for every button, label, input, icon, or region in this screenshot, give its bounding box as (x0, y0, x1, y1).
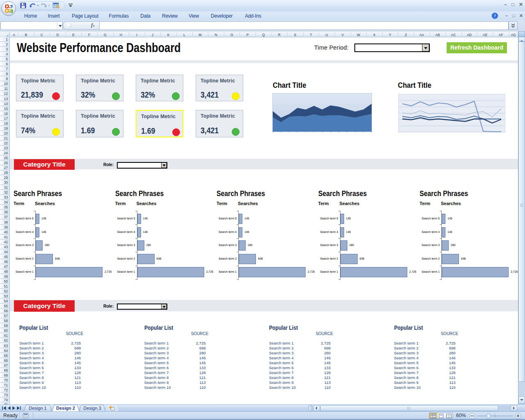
svg-text:?: ? (494, 14, 496, 18)
